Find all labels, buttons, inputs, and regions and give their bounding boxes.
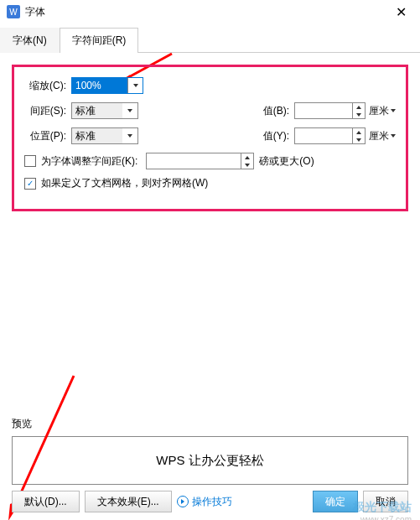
dropdown-arrow-icon[interactable] — [122, 128, 137, 143]
kerning-spin[interactable] — [146, 153, 254, 169]
close-button[interactable]: ✕ — [389, 4, 413, 20]
preview-box: WPS 让办公更轻松 — [12, 436, 408, 485]
default-button[interactable]: 默认(D)... — [12, 491, 80, 512]
spacing-value-input[interactable] — [295, 103, 352, 118]
spacing-value-label: 值(B): — [263, 104, 289, 118]
spin-up-icon[interactable] — [353, 103, 365, 111]
position-input[interactable] — [72, 128, 122, 143]
kerning-checkbox[interactable] — [24, 155, 36, 167]
spacing-combo[interactable] — [71, 102, 138, 119]
position-unit[interactable]: 厘米 — [369, 129, 396, 143]
spin-down-icon[interactable] — [353, 111, 365, 118]
kerning-input[interactable] — [147, 153, 241, 169]
spacing-input[interactable] — [72, 103, 122, 118]
cancel-button[interactable]: 取消 — [363, 491, 408, 512]
tab-spacing[interactable]: 字符间距(R) — [60, 28, 139, 53]
position-value-input[interactable] — [295, 128, 352, 143]
dropdown-arrow-icon[interactable] — [122, 103, 137, 118]
spacing-panel: 缩放(C): 间距(S): 值(B): 厘米 位置(P): — [12, 65, 408, 211]
scale-combo[interactable] — [71, 77, 143, 94]
tab-font[interactable]: 字体(N) — [0, 28, 60, 53]
dropdown-arrow-icon[interactable] — [127, 78, 143, 93]
kerning-label: 为字体调整字间距(K): — [41, 154, 137, 169]
position-label: 位置(P): — [24, 129, 66, 143]
snap-label: 如果定义了文档网格，则对齐网格(W) — [41, 176, 208, 190]
spin-up-icon[interactable] — [241, 153, 253, 161]
preview-text: WPS 让办公更轻松 — [156, 453, 263, 469]
position-value-label: 值(Y): — [263, 129, 289, 143]
tips-label: 操作技巧 — [192, 495, 232, 509]
titlebar: W 字体 ✕ — [0, 0, 420, 23]
position-combo[interactable] — [71, 127, 138, 144]
tabs: 字体(N) 字符间距(R) — [0, 27, 420, 53]
spacing-label: 间距(S): — [24, 104, 66, 118]
snap-checkbox[interactable]: ✓ — [24, 178, 36, 190]
watermark-url: www.xz7.com — [353, 515, 412, 520]
button-bar: 默认(D)... 文本效果(E)... 操作技巧 确定 取消 — [12, 491, 408, 512]
spacing-unit[interactable]: 厘米 — [369, 104, 396, 118]
ok-button[interactable]: 确定 — [313, 491, 358, 512]
play-icon — [177, 496, 189, 507]
spin-up-icon[interactable] — [353, 128, 365, 136]
spin-down-icon[interactable] — [353, 136, 365, 143]
preview-label: 预览 — [12, 417, 408, 431]
scale-input[interactable] — [72, 78, 127, 93]
window-title: 字体 — [25, 5, 389, 19]
tips-link[interactable]: 操作技巧 — [177, 495, 232, 509]
position-value-spin[interactable] — [294, 127, 366, 144]
effects-button[interactable]: 文本效果(E)... — [85, 491, 172, 512]
spin-down-icon[interactable] — [241, 161, 253, 169]
app-icon: W — [7, 5, 20, 18]
kerning-unit: 磅或更大(O) — [259, 154, 314, 169]
spacing-value-spin[interactable] — [294, 102, 366, 119]
scale-label: 缩放(C): — [24, 79, 66, 93]
